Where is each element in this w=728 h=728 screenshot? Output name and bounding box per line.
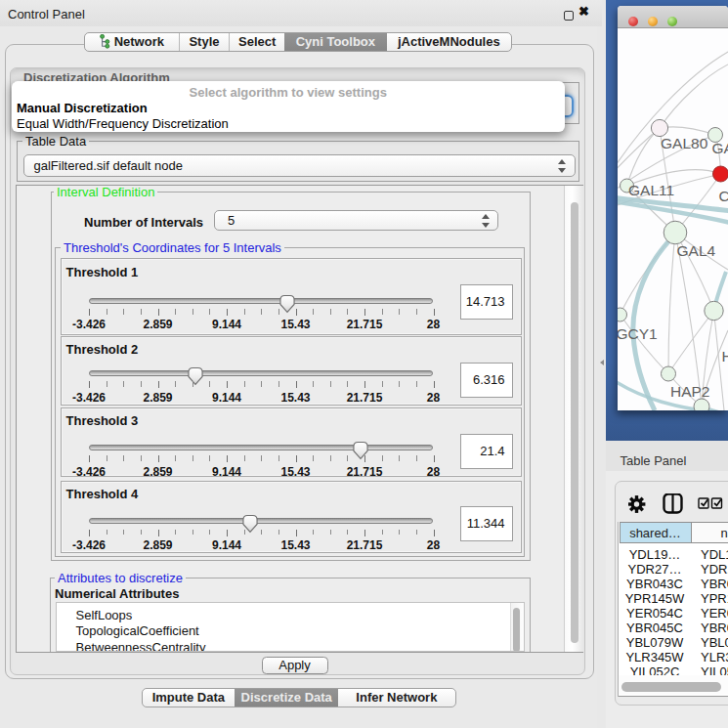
svg-text:GAL80: GAL80 xyxy=(661,135,708,151)
svg-text:GAL4: GAL4 xyxy=(677,242,716,259)
svg-text:HAP2: HAP2 xyxy=(670,383,710,400)
svg-text:GAL11: GAL11 xyxy=(628,182,674,198)
svg-text:GAL10: GAL10 xyxy=(712,140,728,156)
svg-text:GCY1: GCY1 xyxy=(618,325,658,342)
svg-text:HIS4: HIS4 xyxy=(722,348,728,364)
svg-text:CYC: CYC xyxy=(719,188,728,204)
